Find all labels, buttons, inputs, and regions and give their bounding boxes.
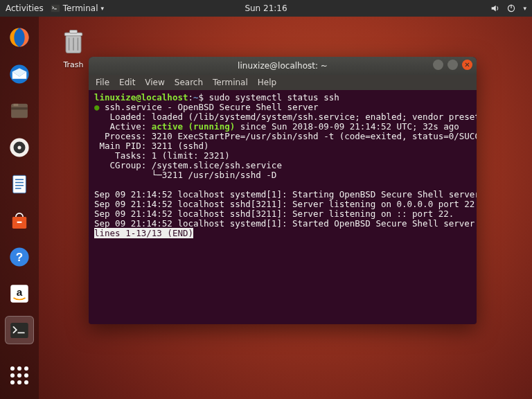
show-applications[interactable]: [5, 361, 34, 389]
window-menubar: File Edit View Search Terminal Help: [89, 75, 477, 90]
svg-rect-5: [70, 30, 78, 34]
svg-rect-2: [511, 5, 512, 8]
dock-rhythmbox[interactable]: [5, 133, 34, 161]
window-maximize-button[interactable]: [447, 60, 458, 70]
command-text: sudo systemctl status ssh: [209, 92, 339, 103]
document-icon: [8, 172, 31, 196]
pager-end: lines 1-13/13 (END): [94, 228, 193, 238]
firefox-icon: [8, 26, 31, 49]
dock-firefox[interactable]: [5, 24, 34, 52]
menu-file[interactable]: File: [96, 78, 109, 87]
dock-terminal[interactable]: [5, 316, 34, 344]
prompt-path: ~: [193, 92, 199, 103]
menu-terminal[interactable]: Terminal: [213, 78, 248, 87]
power-icon[interactable]: [506, 3, 516, 13]
music-icon: [8, 136, 31, 159]
terminal-icon: [51, 3, 60, 13]
terminal-icon: [8, 319, 31, 342]
desktop-trash[interactable]: Trash: [54, 26, 93, 69]
help-icon: ?: [8, 245, 31, 269]
menu-view[interactable]: View: [145, 78, 164, 87]
dock-writer[interactable]: [5, 170, 34, 198]
svg-text:?: ?: [16, 251, 23, 264]
active-status: active (running): [152, 121, 235, 132]
terminal-output[interactable]: linuxize@localhost:~$ sudo systemctl sta…: [89, 90, 477, 244]
svg-rect-0: [51, 5, 60, 12]
app-menu-label: Terminal: [63, 3, 98, 13]
dock-thunderbird[interactable]: [5, 60, 34, 89]
svg-point-13: [17, 145, 21, 149]
trash-icon: [58, 26, 89, 57]
shopping-bag-icon: [8, 209, 31, 232]
menu-search[interactable]: Search: [175, 78, 203, 87]
menu-help[interactable]: Help: [258, 78, 276, 87]
amazon-icon: a: [8, 282, 31, 305]
dock-help[interactable]: ?: [5, 243, 34, 272]
activities-button[interactable]: Activities: [6, 3, 44, 13]
window-titlebar[interactable]: linuxize@localhost: ~ ✕: [89, 57, 477, 75]
clock[interactable]: Sun 21:16: [245, 3, 287, 13]
window-close-button[interactable]: ✕: [462, 60, 472, 70]
window-minimize-button[interactable]: [433, 60, 443, 70]
dock-amazon[interactable]: a: [5, 280, 34, 308]
app-menu[interactable]: Terminal ▾: [51, 3, 104, 13]
gnome-topbar: Activities Terminal ▾ Sun 21:16 ▾: [0, 0, 532, 17]
desktop-trash-label: Trash: [54, 60, 93, 69]
status-dot-icon: ●: [94, 102, 100, 112]
prompt-user: linuxize@localhost: [94, 92, 188, 103]
chevron-down-icon: ▾: [100, 5, 104, 12]
dock-software[interactable]: [5, 206, 34, 235]
dock: ? a: [0, 17, 39, 399]
svg-rect-9: [11, 107, 28, 109]
svg-text:a: a: [17, 286, 23, 298]
svg-rect-10: [14, 104, 19, 106]
svg-rect-21: [10, 323, 28, 338]
terminal-window: linuxize@localhost: ~ ✕ File Edit View S…: [89, 57, 477, 324]
svg-rect-16: [17, 222, 22, 223]
thunderbird-icon: [8, 62, 31, 86]
files-icon: [8, 99, 31, 123]
menu-edit[interactable]: Edit: [119, 78, 135, 87]
chevron-down-icon[interactable]: ▾: [523, 5, 526, 12]
window-title: linuxize@localhost: ~: [238, 61, 328, 71]
volume-icon[interactable]: [490, 3, 499, 13]
svg-rect-14: [13, 175, 26, 193]
dock-files[interactable]: [5, 97, 34, 125]
